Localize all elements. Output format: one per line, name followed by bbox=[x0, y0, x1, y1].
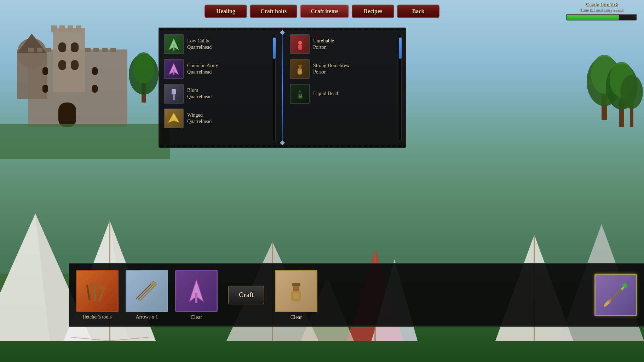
item-icon-strong-homebrew bbox=[290, 59, 310, 79]
list-item[interactable]: WingedQuarrelhead bbox=[162, 106, 271, 130]
svg-point-95 bbox=[622, 283, 628, 288]
panel-divider bbox=[279, 29, 286, 147]
svg-rect-23 bbox=[93, 48, 99, 52]
svg-rect-12 bbox=[58, 60, 66, 70]
svg-rect-18 bbox=[58, 103, 76, 127]
craft-items-btn[interactable]: Craft items bbox=[300, 5, 349, 18]
list-item[interactable]: BluntQuarrelhead bbox=[162, 82, 271, 106]
item-name-common-army: Common ArmyQuarrelhead bbox=[187, 63, 218, 75]
item-icon-blunt bbox=[164, 84, 184, 104]
svg-rect-75 bbox=[97, 284, 106, 291]
svg-rect-59 bbox=[173, 94, 175, 100]
svg-rect-57 bbox=[173, 69, 174, 75]
svg-rect-67 bbox=[298, 65, 302, 66]
svg-rect-4 bbox=[59, 25, 65, 32]
svg-rect-55 bbox=[173, 44, 174, 51]
divider-ornament-bottom bbox=[280, 140, 285, 145]
item-name-unreliable-poison: UnreliablePoison bbox=[313, 38, 334, 51]
story-timer-fill bbox=[567, 15, 619, 20]
craft-bolts-btn[interactable]: Craft bolts bbox=[250, 5, 297, 18]
svg-rect-15 bbox=[92, 67, 98, 75]
craft-button[interactable]: Craft bbox=[228, 286, 264, 304]
story-event-label: Time till next story event: bbox=[566, 7, 637, 13]
quarrelhead-craft-icon[interactable] bbox=[175, 270, 218, 312]
craft-btn-slot: Craft bbox=[228, 286, 264, 304]
left-column: Low CaliberQuarrelhead Common ArmyQuarre… bbox=[160, 29, 279, 147]
right-scrollbar[interactable] bbox=[398, 34, 402, 142]
list-item[interactable]: Low CaliberQuarrelhead bbox=[162, 32, 271, 56]
svg-rect-26 bbox=[0, 124, 170, 159]
quarrelhead-craft-slot: Clear bbox=[175, 270, 218, 320]
svg-rect-19 bbox=[28, 48, 34, 52]
left-list: Low CaliberQuarrelhead Common ArmyQuarre… bbox=[162, 32, 271, 143]
item-list-panel: Low CaliberQuarrelhead Common ArmyQuarre… bbox=[159, 28, 406, 148]
item-icon-winged bbox=[164, 109, 184, 128]
list-item[interactable]: ☠ Liquid Death bbox=[288, 82, 397, 106]
arrows-slot: Arrows x 1 bbox=[126, 270, 168, 320]
svg-point-89 bbox=[293, 293, 299, 299]
recipes-btn[interactable]: Recipes bbox=[352, 5, 394, 18]
svg-rect-11 bbox=[71, 42, 79, 52]
left-scrollbar[interactable] bbox=[272, 34, 276, 142]
fletchers-tools-icon bbox=[76, 270, 119, 312]
svg-rect-77 bbox=[86, 285, 91, 300]
poison-clear-label[interactable]: Clear bbox=[291, 314, 302, 320]
list-item[interactable]: Common ArmyQuarrelhead bbox=[162, 57, 271, 81]
item-icon-liquid-death: ☠ bbox=[290, 84, 310, 104]
item-name-strong-homebrew: Strong HomebrewPoison bbox=[313, 63, 350, 75]
svg-point-34 bbox=[620, 75, 643, 109]
svg-rect-25 bbox=[110, 48, 116, 52]
item-name-winged: WingedQuarrelhead bbox=[187, 112, 212, 125]
svg-rect-13 bbox=[71, 60, 79, 70]
poison-craft-slot: Clear bbox=[275, 270, 317, 320]
item-icon-unreliable-poison bbox=[290, 34, 310, 54]
svg-rect-16 bbox=[42, 85, 48, 93]
arrows-icon bbox=[126, 270, 168, 312]
divider-ornament-top bbox=[280, 30, 285, 35]
svg-rect-58 bbox=[172, 89, 176, 94]
svg-rect-76 bbox=[98, 290, 104, 302]
svg-rect-14 bbox=[42, 67, 48, 75]
quarrelhead-clear-label[interactable]: Clear bbox=[191, 314, 202, 320]
svg-rect-5 bbox=[68, 25, 73, 32]
left-scrollbar-thumb bbox=[273, 37, 276, 59]
back-btn[interactable]: Back bbox=[397, 5, 439, 18]
story-timer-bar bbox=[566, 14, 637, 21]
fletchers-tools-label: fletcher's tools bbox=[83, 314, 111, 320]
craft-panel: fletcher's tools Arrows x 1 Clear bbox=[69, 263, 644, 327]
svg-rect-21 bbox=[45, 48, 51, 52]
svg-rect-61 bbox=[298, 44, 302, 50]
svg-rect-2 bbox=[53, 28, 85, 92]
trees-right bbox=[524, 21, 644, 141]
list-item[interactable]: Strong HomebrewPoison bbox=[288, 57, 397, 81]
poison-craft-icon[interactable] bbox=[275, 270, 317, 312]
result-slot bbox=[594, 274, 637, 316]
list-item[interactable]: UnreliablePoison bbox=[288, 32, 397, 56]
divider-line bbox=[282, 29, 283, 147]
right-list: UnreliablePoison Strong HomebrewPoison bbox=[288, 32, 397, 143]
svg-rect-24 bbox=[102, 48, 108, 52]
svg-rect-22 bbox=[85, 48, 91, 52]
arrows-label: Arrows x 1 bbox=[136, 314, 158, 320]
svg-point-64 bbox=[298, 41, 302, 45]
svg-rect-17 bbox=[92, 85, 98, 93]
location-info: Castle Dunkirk Time till next story even… bbox=[566, 2, 637, 21]
svg-rect-20 bbox=[37, 48, 42, 52]
svg-rect-8 bbox=[17, 53, 47, 99]
svg-point-37 bbox=[133, 52, 154, 83]
item-icon-common-army bbox=[164, 59, 184, 79]
fletchers-tools-slot: fletcher's tools bbox=[76, 270, 119, 320]
svg-marker-60 bbox=[168, 113, 179, 123]
right-column: UnreliablePoison Strong HomebrewPoison bbox=[286, 29, 405, 147]
item-name-liquid-death: Liquid Death bbox=[313, 90, 339, 97]
healing-btn[interactable]: Healing bbox=[205, 5, 247, 18]
svg-rect-85 bbox=[195, 293, 197, 303]
result-icon bbox=[594, 274, 637, 316]
svg-point-68 bbox=[298, 70, 301, 73]
item-name-low-caliber: Low CaliberQuarrelhead bbox=[187, 38, 212, 51]
svg-point-71 bbox=[299, 90, 301, 93]
right-scrollbar-thumb bbox=[399, 37, 402, 59]
nav-bar: Healing Craft bolts Craft items Recipes … bbox=[0, 0, 644, 23]
svg-rect-88 bbox=[292, 283, 300, 286]
svg-text:☠: ☠ bbox=[298, 94, 303, 99]
